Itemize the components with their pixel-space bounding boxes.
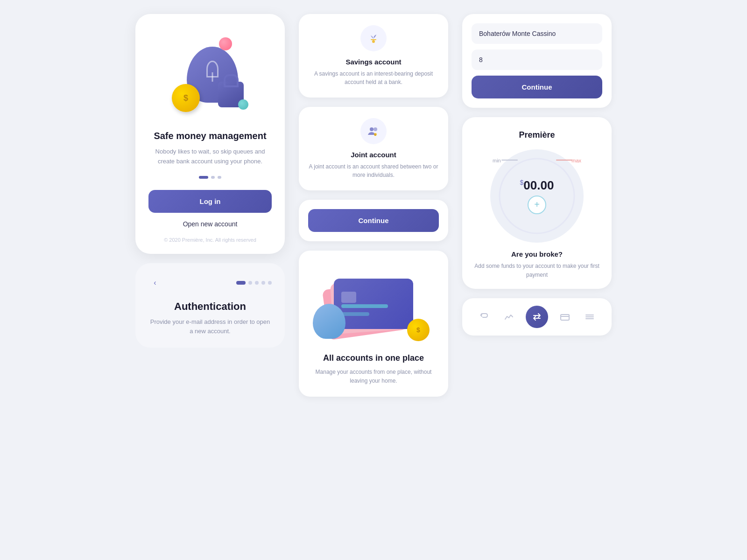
nav-dot-5 — [268, 281, 272, 285]
nav-icon-undo[interactable] — [476, 308, 493, 325]
number-input[interactable] — [472, 49, 602, 70]
copyright-text: © 2020 Première, Inc. All rights reserve… — [148, 237, 272, 243]
nav-dot-1 — [236, 281, 246, 285]
cards-illustration: $ — [308, 262, 439, 346]
nav-dot-3 — [255, 281, 259, 285]
column-2: Savings account A savings account is an … — [299, 14, 448, 397]
page-indicator — [148, 176, 272, 179]
open-account-link[interactable]: Open new account — [148, 220, 272, 228]
card-purple-main — [334, 279, 413, 329]
card-stripe-short — [341, 312, 369, 316]
premiere-card: Première min max $00.00 + Are you broke?… — [462, 117, 612, 289]
nav-dots — [236, 281, 272, 285]
hero-title: Safe money management — [148, 131, 272, 141]
savings-account-card: Savings account A savings account is an … — [299, 14, 448, 98]
continue-button[interactable]: Continue — [308, 209, 439, 232]
bottom-navigation — [462, 298, 612, 336]
joint-icon-svg: $ — [367, 125, 380, 138]
joint-account-description: A joint account is an account shared bet… — [308, 162, 439, 179]
svg-rect-0 — [371, 39, 376, 40]
street-input[interactable] — [472, 23, 602, 44]
gauge-amount: $00.00 — [520, 178, 554, 193]
shield-small — [313, 304, 345, 339]
gauge-background: min max $00.00 + — [490, 149, 584, 243]
nav-dot-2 — [248, 281, 252, 285]
svg-point-1 — [372, 40, 375, 43]
svg-point-3 — [374, 127, 377, 131]
broke-description: Add some funds to your account to make y… — [472, 262, 602, 280]
all-accounts-card: $ All accounts in one place Manage your … — [299, 251, 448, 397]
joint-icon: $ — [360, 118, 387, 144]
auth-title: Authentication — [148, 301, 272, 313]
chart-icon-svg — [504, 312, 514, 322]
auth-nav: ‹ — [148, 276, 272, 289]
savings-account-description: A savings account is an interest-bearing… — [308, 70, 439, 86]
hero-description: Nobody likes to wait, so skip queues and… — [148, 147, 272, 167]
column-1: $ Safe money management Nobody likes to … — [135, 14, 285, 348]
address-card: Continue — [462, 14, 612, 108]
svg-point-2 — [370, 127, 374, 131]
gauge-arc-svg — [495, 154, 579, 238]
address-continue-button[interactable]: Continue — [472, 76, 602, 98]
nav-icon-transfer[interactable] — [526, 306, 548, 328]
dot-2 — [211, 176, 215, 179]
menu-icon-svg — [585, 312, 595, 322]
svg-point-7 — [500, 159, 574, 233]
column-3: Continue Première min max $00.00 + — [462, 14, 612, 336]
nav-icon-menu[interactable] — [581, 308, 598, 325]
joint-account-card: $ Joint account A joint account is an ac… — [299, 107, 448, 190]
svg-text:$: $ — [374, 133, 376, 136]
all-accounts-description: Manage your accounts from one place, wit… — [308, 368, 439, 385]
broke-title: Are you broke? — [472, 250, 602, 258]
card-stripe-long — [341, 304, 388, 308]
main-hero-card: $ Safe money management Nobody likes to … — [135, 14, 285, 254]
coin-illustration: $ — [172, 84, 200, 112]
premiere-title: Première — [472, 130, 602, 140]
savings-account-name: Savings account — [308, 58, 439, 66]
auth-description: Provide your e-mail address in order to … — [148, 317, 272, 337]
coin-small: $ — [407, 319, 430, 341]
nav-icon-cards[interactable] — [557, 308, 573, 325]
joint-account-name: Joint account — [308, 151, 439, 159]
continue-button-wrapper: Continue — [299, 200, 448, 241]
savings-icon — [360, 25, 387, 51]
gauge-container: min max $00.00 + — [490, 149, 584, 243]
hero-illustration: $ — [148, 28, 272, 121]
login-button[interactable]: Log in — [148, 190, 272, 213]
savings-icon-svg — [367, 32, 380, 45]
svg-rect-8 — [561, 315, 569, 320]
back-arrow[interactable]: ‹ — [148, 276, 162, 289]
transfer-icon-svg — [532, 312, 542, 322]
cards-icon-svg — [560, 312, 570, 322]
dot-1 — [199, 176, 208, 179]
undo-icon-svg — [479, 312, 489, 322]
nav-dot-4 — [261, 281, 265, 285]
auth-card: ‹ Authentication Provide your e-mail add… — [135, 263, 285, 348]
all-accounts-title: All accounts in one place — [308, 353, 439, 363]
pink-ball-decoration — [219, 37, 232, 50]
nav-icon-chart[interactable] — [500, 308, 517, 325]
dot-3 — [218, 176, 221, 179]
teal-ball-decoration — [238, 99, 248, 110]
